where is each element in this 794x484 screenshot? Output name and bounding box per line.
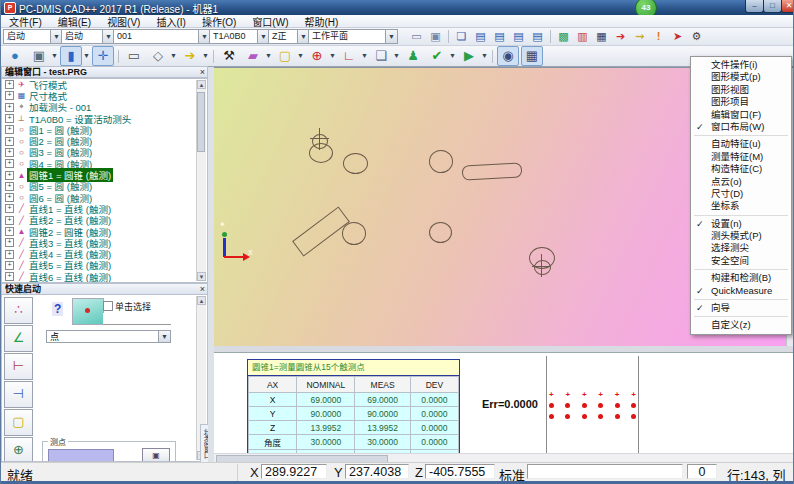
report-edit-icon[interactable]: ▤ xyxy=(510,29,527,44)
export-excel-icon[interactable]: ➤ xyxy=(669,29,686,44)
menu-item[interactable]: 编辑窗口(F) xyxy=(691,109,791,121)
probe-file-combo[interactable]: 001▼ xyxy=(113,29,211,44)
chevron-down-icon[interactable]: ▼ xyxy=(83,47,91,65)
expand-icon[interactable]: + xyxy=(5,193,14,202)
scroll-down-icon[interactable]: ▼ xyxy=(197,272,206,281)
menu-item-checked[interactable]: ✓窗口布局(W) xyxy=(691,121,791,133)
tree-item[interactable]: +╱直线6 = 直线 (触测) xyxy=(2,271,207,282)
report-print-icon[interactable]: ▤ xyxy=(529,29,546,44)
wireframe-box-icon[interactable]: ◇ xyxy=(147,46,169,66)
toolbox-icon[interactable]: ⚙ xyxy=(688,29,705,44)
probe-mode-icon[interactable]: ▮ xyxy=(60,46,82,66)
expand-icon[interactable]: + xyxy=(5,171,14,180)
tree-scrollbar[interactable]: ▲ ▼ xyxy=(196,80,206,281)
menu-item-checked[interactable]: ✓设置(n) xyxy=(691,218,791,230)
feature-type-combo[interactable]: 点▼ xyxy=(46,330,171,343)
plane-icon[interactable]: ▢ xyxy=(4,409,33,436)
expand-icon[interactable]: + xyxy=(5,125,14,134)
expand-icon[interactable]: + xyxy=(5,204,14,213)
window-new-icon[interactable]: ▣ xyxy=(427,29,444,44)
expand-icon[interactable]: + xyxy=(5,148,14,157)
chevron-down-icon[interactable]: ▼ xyxy=(265,47,273,65)
report-template-icon[interactable]: ▤ xyxy=(491,29,508,44)
expand-icon[interactable]: + xyxy=(5,238,14,247)
chevron-down-icon[interactable]: ▼ xyxy=(297,47,305,65)
probe-tip-combo[interactable]: T1A0B0▼ xyxy=(209,29,270,44)
view-setup-icon[interactable]: ◉ xyxy=(497,46,519,66)
clipboard-report-icon[interactable]: ▥ xyxy=(574,29,591,44)
chevron-down-icon[interactable]: ▼ xyxy=(51,47,59,65)
click-select-checkbox[interactable] xyxy=(103,301,113,311)
chevron-down-icon[interactable]: ▼ xyxy=(202,47,210,65)
micrometer-icon[interactable]: ⊣ xyxy=(4,381,33,408)
comment-icon[interactable]: ▭ xyxy=(123,46,145,66)
target-probe-icon[interactable]: ⊕ xyxy=(306,46,328,66)
menu-item[interactable]: 图形模式(p) xyxy=(691,71,791,83)
chevron-down-icon[interactable]: ▼ xyxy=(385,30,397,43)
alert-icon[interactable]: ! xyxy=(650,29,667,44)
menu-item-checked[interactable]: ✓QuickMeasure xyxy=(691,285,791,297)
expand-icon[interactable]: + xyxy=(5,216,14,225)
menu-item[interactable]: 构造特征(C) xyxy=(691,163,791,175)
axes-icon[interactable]: ∠ xyxy=(4,325,33,352)
expand-icon[interactable]: + xyxy=(5,91,14,100)
expand-icon[interactable]: + xyxy=(5,80,14,89)
menu-help[interactable]: 帮助(H) xyxy=(296,14,346,29)
menu-item[interactable]: 图形视图 xyxy=(691,84,791,96)
menu-item[interactable]: 点云(o) xyxy=(691,176,791,188)
menu-item[interactable]: 自动特征(u) xyxy=(691,138,791,150)
cube-view-icon[interactable]: ▣ xyxy=(28,46,50,66)
scroll-thumb[interactable] xyxy=(197,92,205,152)
grid-table-icon[interactable]: ▦ xyxy=(593,29,610,44)
expand-icon[interactable]: + xyxy=(5,182,14,191)
expand-icon[interactable]: + xyxy=(5,261,14,270)
menu-item[interactable]: 测头模式(P) xyxy=(691,230,791,242)
menu-item[interactable]: 自定义(z) xyxy=(691,319,791,331)
menu-view[interactable]: 视图(V) xyxy=(99,14,148,29)
expand-icon[interactable]: + xyxy=(5,114,14,123)
help-icon[interactable]: ? xyxy=(52,302,63,316)
menu-file[interactable]: 文件(F) xyxy=(1,14,50,29)
minimize-button[interactable]: – xyxy=(745,0,764,13)
expand-icon[interactable]: + xyxy=(5,137,14,146)
cascade-windows-icon[interactable]: ❏ xyxy=(453,29,470,44)
close-icon[interactable]: × xyxy=(200,67,205,77)
expand-icon[interactable]: + xyxy=(5,250,14,259)
submode-combo[interactable]: 启动▼ xyxy=(61,29,115,44)
maximize-button[interactable]: □ xyxy=(763,0,782,13)
chevron-down-icon[interactable]: ▼ xyxy=(481,47,489,65)
chevron-down-icon[interactable]: ▼ xyxy=(449,47,457,65)
plane-feature-icon[interactable]: ▰ xyxy=(242,46,264,66)
menu-item[interactable]: 坐标系 xyxy=(691,200,791,212)
hammer-tool-icon[interactable]: ⚒ xyxy=(218,46,240,66)
cad-circle[interactable] xyxy=(309,143,333,163)
edit-window-header[interactable]: 编辑窗口 - test.PRG × xyxy=(1,66,208,78)
window-layout-icon[interactable]: ▦ xyxy=(521,46,543,66)
expand-icon[interactable]: + xyxy=(5,103,14,112)
menu-item[interactable]: 图形项目 xyxy=(691,96,791,108)
circle-feature-icon[interactable]: ▢ xyxy=(274,46,296,66)
workplane-axis-combo[interactable]: Z正▼ xyxy=(268,29,310,44)
scroll-up-icon[interactable]: ▲ xyxy=(197,80,206,89)
axes-align-icon[interactable]: ∟ xyxy=(338,46,360,66)
cad-circle[interactable] xyxy=(429,222,452,243)
close-icon[interactable]: × xyxy=(200,284,205,294)
menu-item[interactable]: 测量特征(M) xyxy=(691,151,791,163)
menu-window[interactable]: 窗口(W) xyxy=(244,14,296,29)
operator-icon[interactable]: ♟ xyxy=(402,46,424,66)
menu-insert[interactable]: 插入(I) xyxy=(148,14,193,29)
point-value-field[interactable] xyxy=(48,449,114,462)
caliper-icon[interactable]: ⊢ xyxy=(4,353,33,380)
cad-circle[interactable] xyxy=(534,260,551,275)
chevron-down-icon[interactable]: ▼ xyxy=(170,47,178,65)
chevron-down-icon[interactable]: ▼ xyxy=(361,47,369,65)
menu-item[interactable]: 选择测尖 xyxy=(691,242,791,254)
path-curve-icon[interactable]: ⇝ xyxy=(631,29,648,44)
selection-input[interactable] xyxy=(103,313,171,325)
expand-icon[interactable]: + xyxy=(5,272,14,281)
sphere-view-icon[interactable]: ● xyxy=(4,46,26,66)
auto-points-icon[interactable]: ∴ xyxy=(4,297,33,324)
menu-item[interactable]: 安全空间 xyxy=(691,255,791,267)
window-restore-icon[interactable]: ▭ xyxy=(408,29,425,44)
expand-icon[interactable]: + xyxy=(5,159,14,168)
